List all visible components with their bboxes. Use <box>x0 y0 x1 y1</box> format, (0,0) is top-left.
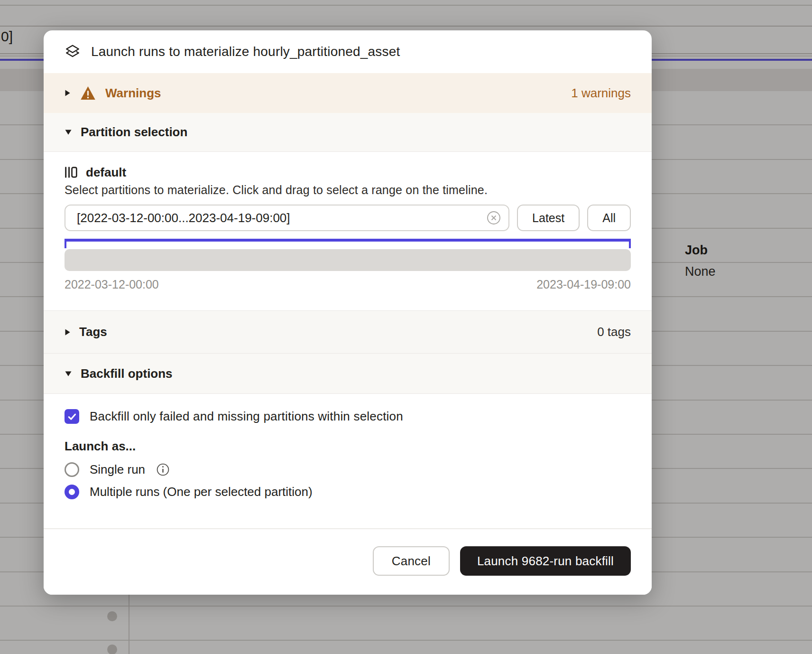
tags-section-header[interactable]: Tags 0 tags <box>44 310 652 353</box>
single-run-radio[interactable] <box>65 462 79 477</box>
caret-right-icon <box>65 89 71 97</box>
timeline-dates: 2022-03-12-00:00 2023-04-19-09:00 <box>65 278 631 291</box>
partition-selection-content: default Select partitions to materialize… <box>44 152 652 310</box>
single-run-label[interactable]: Single run <box>90 462 145 477</box>
partition-description: Select partitions to materialize. Click … <box>65 183 631 197</box>
partition-timeline[interactable]: 2022-03-12-00:00 2023-04-19-09:00 <box>65 239 631 291</box>
launch-backfill-dialog: Launch runs to materialize hourly_partit… <box>44 30 652 595</box>
warnings-label: Warnings <box>105 86 161 101</box>
dialog-header: Launch runs to materialize hourly_partit… <box>44 30 652 73</box>
backfill-options-header[interactable]: Backfill options <box>44 353 652 394</box>
warnings-section-header[interactable]: Warnings 1 warnings <box>44 73 652 113</box>
dialog-footer: Cancel Launch 9682-run backfill <box>44 528 652 595</box>
partition-range-input[interactable] <box>65 205 509 231</box>
multiple-runs-label[interactable]: Multiple runs (One per selected partitio… <box>90 485 313 499</box>
info-icon[interactable] <box>157 463 169 476</box>
timeline-end-date: 2023-04-19-09:00 <box>536 278 631 291</box>
partition-selection-title: Partition selection <box>81 125 187 140</box>
failed-missing-checkbox-row: Backfill only failed and missing partiti… <box>65 409 631 424</box>
timeline-start-date: 2022-03-12-00:00 <box>65 278 159 291</box>
range-input-wrap <box>65 205 509 231</box>
selection-bar-line <box>65 239 631 242</box>
launch-as-label: Launch as... <box>65 439 631 454</box>
failed-missing-checkbox-label[interactable]: Backfill only failed and missing partiti… <box>90 409 403 424</box>
partition-health-bar[interactable] <box>65 249 631 271</box>
selection-start-tick <box>65 239 66 248</box>
failed-missing-checkbox[interactable] <box>65 409 79 424</box>
caret-down-icon <box>65 129 72 135</box>
all-button[interactable]: All <box>587 205 631 231</box>
warning-triangle-icon <box>80 86 96 100</box>
multiple-runs-radio[interactable] <box>65 485 79 499</box>
warnings-count: 1 warnings <box>571 86 631 101</box>
caret-right-icon <box>65 328 71 336</box>
selection-end-tick <box>629 239 631 248</box>
partition-controls-row: Latest All <box>65 205 631 231</box>
cancel-button[interactable]: Cancel <box>373 546 450 576</box>
dimension-row: default <box>65 164 631 180</box>
single-run-option: Single run <box>65 462 631 477</box>
dimension-name: default <box>86 165 126 180</box>
clear-selection-button[interactable] <box>487 211 501 225</box>
latest-button[interactable]: Latest <box>517 205 580 231</box>
layers-icon <box>65 44 81 60</box>
partition-set-icon <box>65 165 77 179</box>
backfill-options-title: Backfill options <box>81 366 173 381</box>
caret-down-icon <box>65 371 72 377</box>
launch-backfill-button[interactable]: Launch 9682-run backfill <box>460 546 631 576</box>
dialog-title: Launch runs to materialize hourly_partit… <box>91 44 400 59</box>
backfill-options-content: Backfill only failed and missing partiti… <box>44 394 652 528</box>
partition-selection-header[interactable]: Partition selection <box>44 113 652 152</box>
multiple-runs-option: Multiple runs (One per selected partitio… <box>65 485 631 499</box>
timeline-selection-bar <box>65 239 631 248</box>
tags-count: 0 tags <box>597 325 631 339</box>
tags-title: Tags <box>79 325 107 339</box>
